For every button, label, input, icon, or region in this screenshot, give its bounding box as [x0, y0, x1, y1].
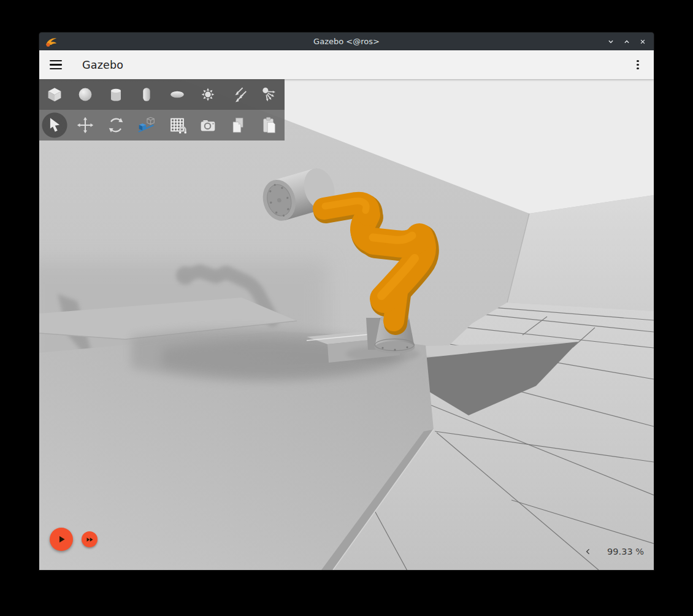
app-bar: Gazebo — [39, 50, 654, 79]
play-icon — [55, 533, 67, 545]
shape-toolbar-row — [39, 79, 285, 110]
maximize-button[interactable] — [621, 36, 633, 48]
directional-light-tool[interactable] — [223, 79, 254, 110]
rotate-tool[interactable] — [101, 110, 131, 141]
camera-icon — [197, 115, 218, 136]
cylinder-shape[interactable] — [101, 79, 131, 110]
rotate-icon — [105, 115, 126, 136]
rtf-panel: 99.33 % — [584, 547, 644, 556]
3d-viewport[interactable]: 99.33 % — [39, 79, 654, 570]
align-tool[interactable] — [131, 110, 162, 141]
close-icon — [638, 37, 648, 47]
rtf-value: 99.33 % — [607, 547, 644, 556]
grid-magnet-icon — [167, 115, 188, 136]
ellipsoid-icon — [167, 84, 188, 105]
chevron-left-icon[interactable] — [584, 547, 592, 556]
play-button[interactable] — [50, 528, 73, 551]
chevron-up-icon — [622, 37, 632, 47]
capsule-shape[interactable] — [131, 79, 162, 110]
edit-toolbar-row — [39, 110, 285, 141]
box-shape[interactable] — [39, 79, 70, 110]
point-light-icon — [197, 84, 218, 105]
box-icon — [44, 84, 65, 105]
capsule-icon — [136, 84, 157, 105]
spot-light-icon — [259, 84, 280, 105]
translate-tool[interactable] — [70, 110, 101, 141]
screenshot-tool[interactable] — [193, 110, 223, 141]
app-title: Gazebo — [82, 59, 123, 71]
ellipsoid-shape[interactable] — [162, 79, 193, 110]
align-icon — [136, 115, 157, 136]
point-light-tool[interactable] — [193, 79, 223, 110]
spot-light-tool[interactable] — [254, 79, 285, 110]
gazebo-window: Gazebo <@ros> Gazebo — [39, 33, 654, 570]
copy-icon — [228, 115, 249, 136]
sphere-shape[interactable] — [70, 79, 101, 110]
chevron-down-icon — [606, 37, 616, 47]
sphere-icon — [75, 84, 96, 105]
close-button[interactable] — [637, 36, 649, 48]
kebab-menu-icon[interactable] — [637, 60, 639, 70]
directional-light-icon — [228, 84, 249, 105]
hamburger-menu-icon[interactable] — [50, 60, 62, 69]
paste-tool[interactable] — [254, 110, 285, 141]
select-tool[interactable] — [39, 110, 70, 141]
window-titlebar[interactable]: Gazebo <@ros> — [39, 33, 654, 50]
scene-toolbar — [39, 79, 285, 141]
paste-icon — [259, 115, 280, 136]
copy-tool[interactable] — [223, 110, 254, 141]
cursor-icon — [44, 115, 65, 136]
step-forward-icon — [85, 534, 95, 545]
snap-grid-tool[interactable] — [162, 110, 193, 141]
window-title: Gazebo <@ros> — [39, 37, 654, 46]
cylinder-icon — [105, 84, 126, 105]
step-button[interactable] — [82, 531, 98, 547]
window-controls — [605, 36, 654, 48]
3d-scene — [39, 79, 654, 570]
translate-icon — [75, 115, 96, 136]
minimize-button[interactable] — [605, 36, 617, 48]
